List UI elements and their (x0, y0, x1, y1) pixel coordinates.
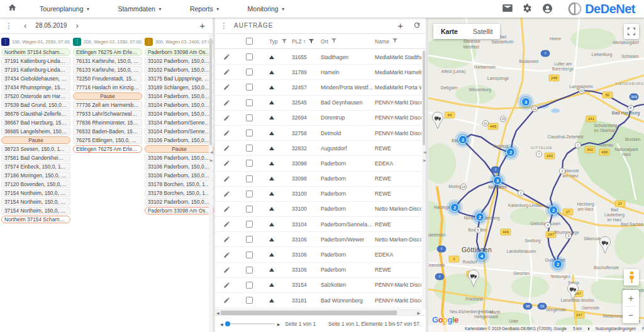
tour-stop[interactable]: 77933 Lahr/Schwarzwald, 150,0... (73, 110, 142, 118)
tour-stop[interactable]: 33102 Paderborn, 150,0, 13:00 (145, 198, 214, 206)
edit-pencil-icon[interactable] (223, 175, 230, 182)
tour-stop[interactable]: 37434 Gieboldehausen, 150,0, 0... (1, 75, 70, 82)
menu-stammdaten[interactable]: Stammdaten ▼ (104, 5, 175, 13)
orders-vertical-scrollbar[interactable] (422, 50, 426, 309)
waypoint-marker[interactable]: 11 (531, 106, 537, 111)
tour-stop[interactable]: 37154 Northeim, 150,0, 13:06 (1, 198, 70, 206)
tour-stop[interactable]: 76133 Karlsruhe, 150,0, 07:35 (73, 66, 142, 74)
tour-stop[interactable]: 77736 Zell am Harmersbach, 15... (73, 101, 142, 109)
tour-end-stop[interactable]: Ettlingen 76275 Am Erlengraben... (73, 145, 142, 153)
home-icon[interactable] (8, 3, 17, 14)
order-row[interactable]: 33181 Bad Wünnenberg PENNY-Markt Discoun… (215, 293, 421, 308)
row-checkbox[interactable] (246, 267, 253, 274)
pause-row[interactable]: Pause (145, 145, 214, 153)
cluster-marker[interactable]: 2 (502, 144, 519, 160)
mail-icon[interactable] (502, 4, 513, 14)
tour-badge-menu-icon[interactable]: ⋮ (73, 38, 81, 46)
tour-stop[interactable]: 33104 Paderborn, 150,0, 08:58 (145, 101, 214, 109)
tour-stop[interactable]: 33189 Schlangen, 150,0, 08:11 (145, 84, 214, 91)
page-slider-handle[interactable] (225, 321, 230, 326)
tour-stop[interactable]: 37154 Northeim, 150,0, 13:04 (1, 189, 70, 197)
edit-pencil-icon[interactable] (223, 252, 230, 258)
tour-stop[interactable]: 33104 Paderborn/Sennelager, 1... (145, 128, 214, 135)
pegman-streetview-control[interactable] (624, 269, 639, 285)
tour-end-stop[interactable]: Northeim 37154 Scharnhorstpla... (1, 216, 70, 223)
cluster-marker[interactable]: 2 (472, 209, 488, 225)
tour-stop[interactable]: 37154 Northeim, 150,0, 13:08 (1, 207, 70, 214)
waypoint-marker[interactable]: 10 (579, 87, 584, 93)
previous-day-button[interactable]: ‹ (19, 21, 31, 30)
edit-pencil-icon[interactable] (223, 130, 230, 136)
page-slider[interactable]: ◀ ▶ (220, 322, 280, 326)
edit-pencil-icon[interactable] (223, 160, 230, 167)
scroll-right-icon[interactable]: ▶ (417, 311, 420, 315)
order-row[interactable]: 32457 Minden/Porta Westfalica MediaMarkt… (215, 80, 421, 95)
order-row[interactable]: 33104 Paderborn/Sennelager REWE (215, 217, 421, 232)
tour-start-stop[interactable]: Northeim 37154 Scharnhorstpla... (1, 48, 70, 56)
orders-horizontal-scrollbar[interactable]: ◀ ▶ (215, 309, 421, 315)
scrollbar-thumb[interactable] (221, 311, 397, 315)
tour-end-stop[interactable]: Paderborn 33098 Am Ostfriedh... (145, 207, 214, 214)
edit-pencil-icon[interactable] (223, 297, 230, 304)
tour-stop[interactable]: 77836 Rheinmünster, 150,0, 13:07 (73, 119, 142, 126)
cluster-marker[interactable]: 2 (455, 131, 471, 148)
row-checkbox[interactable] (246, 282, 253, 289)
edit-pencil-icon[interactable] (223, 191, 230, 197)
tour-stop[interactable]: 33102 Paderborn, 150,0, 07:22 (145, 66, 214, 74)
tour-stop[interactable]: 33178 Borchen, 150,0, 12:35 (145, 189, 214, 197)
account-icon[interactable] (543, 4, 553, 14)
tour-stop[interactable]: 37191 Katlenburg-Lindau, 150,0,... (1, 66, 70, 74)
row-checkbox[interactable] (246, 236, 253, 243)
order-row[interactable]: 32832 Augustdorf REWE (215, 141, 421, 156)
tour-stop[interactable]: 77716 Haslach im Kinzigtal, 150... (73, 84, 142, 91)
edit-pencil-icon[interactable] (223, 236, 230, 243)
panel-splitter-left[interactable]: ◀▶ (210, 150, 213, 162)
row-checkbox[interactable] (246, 53, 253, 60)
row-checkbox[interactable] (246, 130, 253, 136)
tour-date[interactable]: 28.05.2019 (31, 22, 70, 29)
tour-stop[interactable]: 38685 Langelsheim, 150,0, 09:58 (1, 128, 70, 135)
tour-start-stop[interactable]: Ettlingen 76275 Am Erlengraben... (73, 48, 142, 56)
waypoint-marker[interactable]: 7 (536, 151, 541, 157)
edit-pencil-icon[interactable] (223, 145, 230, 152)
terms-link[interactable]: Nutzungsbedingungen (596, 326, 636, 331)
order-row[interactable]: 33098 Paderborn EDEKA (215, 156, 421, 171)
filter-active-icon[interactable] (309, 39, 314, 44)
order-row[interactable]: 33100 Paderborn REWE (215, 187, 421, 202)
tour-stop[interactable]: 76131 Karlsruhe, 150,0, 07:10 (73, 57, 142, 65)
row-checkbox[interactable] (246, 99, 253, 106)
tour-stop[interactable]: 33106 Paderborn, 150,0, 10:14 (145, 136, 214, 144)
edit-pencil-icon[interactable] (223, 99, 230, 106)
order-row[interactable]: 32694 Dörentrup PENNY-Markt Discounter (215, 111, 421, 126)
filter-icon[interactable] (331, 38, 336, 43)
page-next-icon[interactable]: ▶ (277, 322, 280, 326)
waypoint-marker[interactable]: 2 (559, 168, 565, 174)
order-row[interactable]: 33154 Salzkotten PENNY-Markt Discounter (215, 278, 421, 293)
column-header-name[interactable]: Name (375, 38, 426, 45)
scroll-left-icon[interactable]: ◀ (216, 311, 219, 315)
zoom-in-button[interactable]: ＋ (623, 290, 639, 306)
tour-stop[interactable]: 33102 Paderborn, 150,0, 07:06 (145, 57, 214, 65)
order-row[interactable]: 33106 Paderborn/Wewer Netto Marken-Disco… (215, 232, 421, 247)
cluster-marker[interactable]: 4 (474, 248, 490, 264)
pause-row[interactable]: Pause (1, 136, 70, 144)
row-checkbox[interactable] (246, 175, 253, 182)
tour-stop[interactable]: 37186 Moringen, 150,0, 12:31 (1, 172, 70, 179)
tour-panel-scrollbar[interactable] (209, 35, 213, 332)
row-checkbox[interactable] (246, 114, 253, 121)
menu-tourenplanung[interactable]: Tourenplanung ▼ (26, 5, 104, 13)
zoom-out-button[interactable]: － (623, 307, 639, 323)
order-row[interactable]: 33106 Paderborn REWE (215, 263, 421, 278)
map-tab-satellit[interactable]: Satellit (465, 24, 501, 39)
tour-stop[interactable]: 37520 Osterode am Harz, 150,0,... (1, 92, 70, 100)
tour-stop[interactable]: 37191 Katlenburg-Lindau, 150,0,... (1, 57, 70, 65)
settings-gear-icon[interactable] (523, 4, 533, 14)
menu-reports[interactable]: Reports ▼ (176, 5, 234, 13)
tour-stop[interactable]: 33106 Paderborn, 150,0, 11:33 (145, 163, 214, 170)
page-previous-icon[interactable]: ◀ (220, 322, 223, 326)
tour-panel-menu-icon[interactable]: ⋮ (5, 21, 13, 30)
tour-stop[interactable]: 33106 Paderborn, 150,0, 11:49 (145, 172, 214, 179)
edit-pencil-icon[interactable] (223, 282, 230, 289)
map-tab-karte[interactable]: Karte (433, 24, 465, 39)
cluster-marker[interactable]: 2 (545, 202, 562, 218)
